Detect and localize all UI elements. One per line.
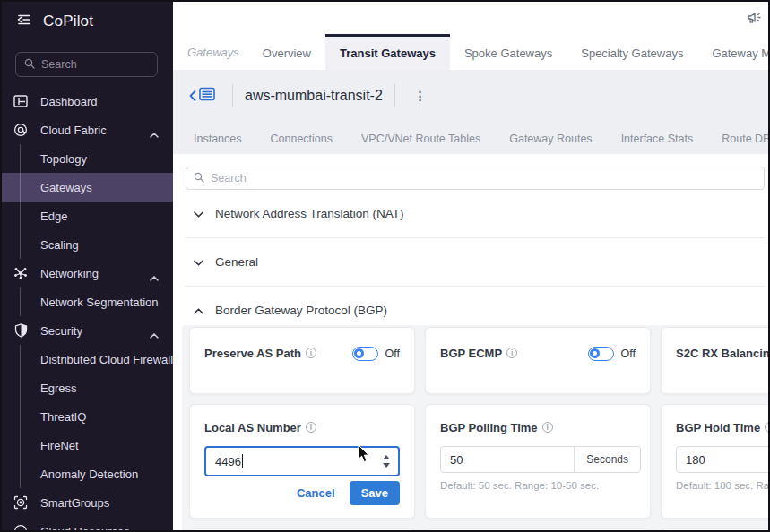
card-preserve-as-path: Preserve AS Pathi Off <box>189 327 415 394</box>
card-bgp-ecmp: BGP ECMPi Off <box>425 327 651 394</box>
topbar <box>173 0 770 34</box>
networking-icon <box>12 266 30 280</box>
brand-title: CoPilot <box>43 13 93 30</box>
subtab-gateway-routes[interactable]: Gateway Routes <box>495 120 606 154</box>
accordion-bgp[interactable]: Border Gateway Protocol (BGP) <box>186 298 765 322</box>
sidebar-group-cloud-fabric[interactable]: Cloud Fabric <box>0 116 173 144</box>
chevron-up-icon <box>150 270 159 284</box>
sidebar-search[interactable] <box>15 52 158 77</box>
divider <box>232 84 233 107</box>
card-bgp-polling-time: BGP Polling Timei 50 Seconds Default: 50… <box>425 404 651 519</box>
local-as-number-input[interactable]: 4496 <box>204 446 400 476</box>
helper-text: Default: 50 sec. Range: 10-50 sec. <box>440 480 636 491</box>
settings-search-input[interactable] <box>211 172 757 184</box>
settings-panel: Network Address Translation (NAT) Genera… <box>173 154 770 532</box>
tab-spoke-gateways[interactable]: Spoke Gateways <box>450 34 567 70</box>
subtab-instances[interactable]: Instances <box>179 120 256 154</box>
page-label: Gateways <box>187 46 239 59</box>
text-caret <box>242 454 244 468</box>
gateway-subtab-bar: Instances Connections VPC/VNet Route Tab… <box>173 120 770 154</box>
divider <box>394 84 395 107</box>
content-area: aws-mumbai-transit-2 ⋮ Instances Connect… <box>173 70 770 532</box>
info-icon[interactable]: i <box>542 422 553 433</box>
sidebar-group-security[interactable]: Security <box>0 316 173 345</box>
security-shield-icon <box>12 323 30 338</box>
tab-gateway-management[interactable]: Gateway Management <box>697 34 770 70</box>
card-local-as-number: Local AS Numberi 4496 Cancel Save <box>189 404 415 519</box>
bgp-hold-time-input[interactable]: 180 <box>676 446 770 473</box>
sidebar-group-networking[interactable]: Networking <box>0 259 173 287</box>
gateway-title: aws-mumbai-transit-2 <box>245 88 383 104</box>
card-bgp-hold-time: BGP Hold Timei 180 Default: 180 sec. Ran… <box>661 404 770 519</box>
sidebar-item-distributed-cloud-firewall[interactable]: Distributed Cloud Firewall <box>0 345 173 373</box>
subtab-connections[interactable]: Connections <box>256 120 348 154</box>
sidebar-item-firenet[interactable]: FireNet <box>0 431 173 459</box>
subtab-vpc-vnet-route-tables[interactable]: VPC/VNet Route Tables <box>347 120 495 154</box>
kebab-menu-icon[interactable]: ⋮ <box>407 89 434 103</box>
sidebar-item-dashboard[interactable]: Dashboard <box>0 87 173 116</box>
number-stepper[interactable] <box>383 455 390 468</box>
announcements-icon[interactable] <box>747 10 765 29</box>
chevron-down-icon <box>194 207 203 220</box>
sidebar: CoPilot Dashboard Cloud Fabric Topology … <box>0 0 173 532</box>
sidebar-item-gateways[interactable]: Gateways <box>0 173 173 202</box>
bgp-polling-time-input[interactable]: 50 Seconds <box>440 446 641 473</box>
sidebar-group-cloud-resources[interactable]: Cloud Resources <box>0 517 173 532</box>
info-icon[interactable]: i <box>306 422 316 433</box>
search-icon <box>24 56 35 73</box>
collapse-sidebar-icon[interactable] <box>16 13 32 30</box>
card-partial <box>661 528 770 532</box>
unit-label: Seconds <box>574 447 640 472</box>
settings-search[interactable] <box>186 167 765 190</box>
sidebar-item-smartgroups[interactable]: SmartGroups <box>0 488 173 517</box>
tab-specialty-gateways[interactable]: Specialty Gateways <box>567 34 697 70</box>
info-icon[interactable]: i <box>506 348 517 358</box>
card-partial <box>189 528 415 532</box>
info-icon[interactable]: i <box>306 348 316 358</box>
tab-overview[interactable]: Overview <box>248 34 325 70</box>
sidebar-item-scaling[interactable]: Scaling <box>0 230 173 259</box>
chevron-up-icon <box>150 127 159 141</box>
chevron-down-icon <box>194 255 203 269</box>
accordion-nat[interactable]: Network Address Translation (NAT) <box>186 190 765 238</box>
helper-text: Default: 180 sec. Range: 12- <box>676 480 770 491</box>
save-button[interactable]: Save <box>350 481 400 505</box>
sidebar-nav: Dashboard Cloud Fabric Topology Gateways… <box>0 87 173 532</box>
cloud-fabric-icon <box>12 123 30 137</box>
main-tab-bar: Gateways Overview Transit Gateways Spoke… <box>173 34 770 70</box>
subtab-route-db[interactable]: Route DB <box>707 120 770 154</box>
bgp-ecmp-toggle[interactable] <box>588 347 614 361</box>
chevron-down-icon <box>150 528 159 532</box>
chevron-up-icon <box>194 304 203 317</box>
gateway-title-row: aws-mumbai-transit-2 ⋮ <box>184 77 759 115</box>
dashboard-icon <box>12 95 30 107</box>
bgp-card-area: Preserve AS Pathi Off BGP ECMPi Off <box>182 325 770 532</box>
card-partial <box>425 528 651 532</box>
preserve-as-path-toggle[interactable] <box>352 347 378 361</box>
cloud-resources-icon <box>12 524 30 532</box>
sidebar-item-topology[interactable]: Topology <box>0 144 173 173</box>
back-to-list-button[interactable] <box>184 87 221 105</box>
search-icon <box>194 170 204 186</box>
subtab-interface-stats[interactable]: Interface Stats <box>607 120 708 154</box>
tab-transit-gateways[interactable]: Transit Gateways <box>325 34 450 70</box>
chevron-up-icon <box>150 328 159 341</box>
brand-row: CoPilot <box>0 0 173 43</box>
sidebar-search-input[interactable] <box>41 58 149 71</box>
copilot-app: CoPilot Dashboard Cloud Fabric Topology … <box>0 0 770 532</box>
toggle-state-label: Off <box>621 348 636 360</box>
main-area: Gateways Overview Transit Gateways Spoke… <box>173 0 770 532</box>
info-icon[interactable]: i <box>765 422 770 433</box>
accordion-general[interactable]: General <box>186 238 765 287</box>
toggle-state-label: Off <box>385 348 400 360</box>
sidebar-item-anomaly-detection[interactable]: Anomaly Detection <box>0 459 173 488</box>
smartgroups-icon <box>12 495 30 510</box>
cancel-button[interactable]: Cancel <box>297 486 335 500</box>
list-icon <box>199 87 215 105</box>
sidebar-item-threatiq[interactable]: ThreatIQ <box>0 402 173 431</box>
sidebar-item-egress[interactable]: Egress <box>0 373 173 402</box>
card-s2c-rx-balancing: S2C RX Balancingi <box>661 327 770 394</box>
sidebar-item-network-segmentation[interactable]: Network Segmentation <box>0 287 173 316</box>
sidebar-item-edge[interactable]: Edge <box>0 202 173 230</box>
